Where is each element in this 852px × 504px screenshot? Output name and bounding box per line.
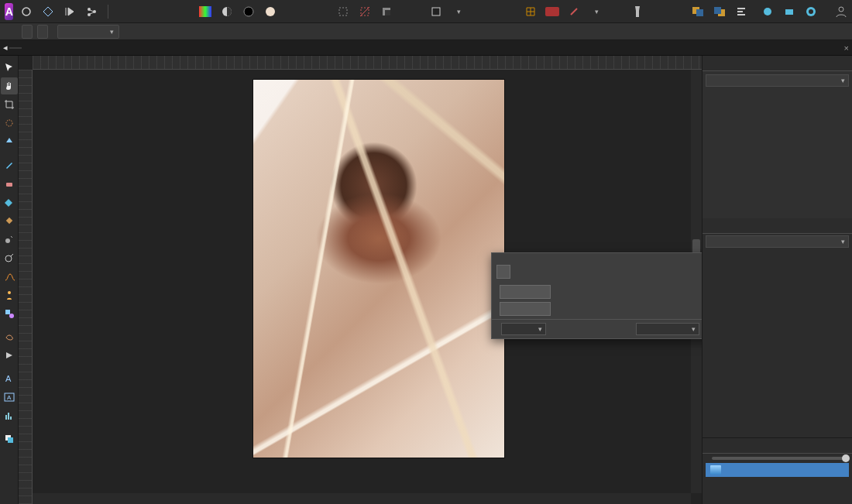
svg-point-26 xyxy=(6,120,12,126)
adjustment-panel xyxy=(703,234,852,437)
move-tool-icon[interactable] xyxy=(1,59,18,76)
svg-point-31 xyxy=(8,291,11,294)
hand-tool-icon[interactable] xyxy=(1,77,18,94)
hue-wheel-icon[interactable] xyxy=(239,2,259,21)
liquify-tool-icon[interactable] xyxy=(1,328,18,345)
wand-icon[interactable] xyxy=(564,2,584,21)
grid-icon[interactable] xyxy=(520,2,541,21)
add-preset-button[interactable] xyxy=(496,265,510,279)
svg-marker-1 xyxy=(43,7,53,16)
document-image[interactable] xyxy=(253,79,505,458)
arrange-front-icon[interactable] xyxy=(709,2,730,21)
svg-point-0 xyxy=(22,8,30,15)
flashlight-icon[interactable] xyxy=(632,2,643,21)
svg-rect-16 xyxy=(545,7,559,16)
frame-text-icon[interactable]: A xyxy=(1,389,18,406)
quickmask-icon[interactable] xyxy=(758,2,778,21)
scrollbar-horizontal[interactable] xyxy=(33,493,691,504)
person-tool-icon[interactable] xyxy=(1,286,18,303)
crop-square-icon[interactable] xyxy=(426,2,446,21)
svg-rect-5 xyxy=(199,6,211,17)
deselect-icon[interactable] xyxy=(355,2,375,21)
lut-dialog-title: × xyxy=(492,253,702,262)
history-item[interactable] xyxy=(706,463,849,477)
toggle-ui-icon[interactable] xyxy=(16,2,36,21)
wand-drop-icon[interactable] xyxy=(586,2,606,21)
lut-dialog: × xyxy=(491,252,702,339)
preview-icon[interactable] xyxy=(801,2,821,21)
svg-point-21 xyxy=(764,8,771,15)
svg-point-30 xyxy=(5,255,12,262)
clone-tool-icon[interactable] xyxy=(1,231,18,248)
app-logo-icon: A xyxy=(5,3,13,20)
ruler-vertical xyxy=(19,70,33,504)
histogram-tool-icon[interactable] xyxy=(1,407,18,424)
invert-sel-icon[interactable] xyxy=(376,2,397,21)
swatch1-icon[interactable] xyxy=(195,2,215,21)
position-slider[interactable] xyxy=(712,457,847,460)
paint-brush-icon[interactable] xyxy=(1,156,18,173)
infer-lut-button[interactable] xyxy=(500,302,551,316)
lut-list xyxy=(703,249,852,437)
svg-rect-20 xyxy=(714,7,721,14)
tab-prev-icon[interactable]: ◂ xyxy=(3,43,6,53)
persona-icon[interactable] xyxy=(38,2,58,21)
play-tool-icon[interactable] xyxy=(1,347,18,364)
document-tabs: ◂ × xyxy=(0,40,852,56)
brushes-panel xyxy=(703,71,852,218)
blendmode-select[interactable] xyxy=(636,323,699,335)
align-icon[interactable] xyxy=(731,2,751,21)
right-panels xyxy=(702,56,852,504)
fill-tool-icon[interactable] xyxy=(1,194,18,211)
arrange-back-icon[interactable] xyxy=(688,2,708,21)
marquee-icon[interactable] xyxy=(333,2,353,21)
delete-button[interactable] xyxy=(689,265,701,279)
panel-tabs-mid xyxy=(703,218,852,234)
skip-icon[interactable] xyxy=(60,2,80,21)
overlay-tool-icon[interactable] xyxy=(1,268,18,285)
text-tool-icon[interactable]: A xyxy=(1,370,18,387)
ruler-labels xyxy=(33,56,702,70)
share-icon[interactable] xyxy=(81,2,101,21)
account-icon[interactable] xyxy=(835,2,847,21)
contrast-icon[interactable] xyxy=(217,2,237,21)
lut-category-select[interactable] xyxy=(706,235,849,248)
merge-button[interactable] xyxy=(673,265,685,279)
svg-point-29 xyxy=(5,238,10,243)
panel-tabs-top xyxy=(703,56,852,71)
svg-rect-15 xyxy=(432,8,440,15)
snapshot-icon[interactable] xyxy=(779,2,799,21)
shapes-tool-icon[interactable] xyxy=(1,305,18,322)
history-panel xyxy=(703,437,852,504)
svg-point-24 xyxy=(809,9,813,14)
close-tab-icon[interactable]: × xyxy=(844,43,849,53)
svg-text:A: A xyxy=(7,394,12,401)
units-select[interactable] xyxy=(57,25,119,39)
crop-drop-icon[interactable] xyxy=(448,2,468,21)
soft-proof-icon[interactable] xyxy=(260,2,280,21)
canvas[interactable]: × xyxy=(19,56,702,504)
load-lut-button[interactable] xyxy=(500,285,551,299)
eraser-tool-icon[interactable] xyxy=(1,175,18,192)
svg-text:A: A xyxy=(5,374,12,383)
heal-tool-icon[interactable] xyxy=(1,212,18,229)
dodge-tool-icon[interactable] xyxy=(1,249,18,266)
svg-rect-27 xyxy=(6,183,12,187)
svg-line-12 xyxy=(360,7,369,16)
flood-select-icon[interactable] xyxy=(1,133,18,150)
svg-rect-18 xyxy=(696,9,703,16)
crop-tool-icon[interactable] xyxy=(1,96,18,113)
context-bar xyxy=(0,23,852,40)
svg-rect-38 xyxy=(8,437,13,443)
opacity-field[interactable] xyxy=(501,323,546,335)
svg-rect-10 xyxy=(339,8,347,15)
svg-point-9 xyxy=(266,7,275,16)
main-toolbar: A xyxy=(0,0,852,23)
color-swatches-icon[interactable] xyxy=(1,430,18,447)
svg-point-25 xyxy=(839,7,843,12)
assistant-icon[interactable] xyxy=(542,2,562,21)
svg-rect-22 xyxy=(785,9,793,15)
brush-category-select[interactable] xyxy=(706,74,849,87)
selection-brush-icon[interactable] xyxy=(1,115,18,132)
document-tab[interactable] xyxy=(9,47,22,49)
